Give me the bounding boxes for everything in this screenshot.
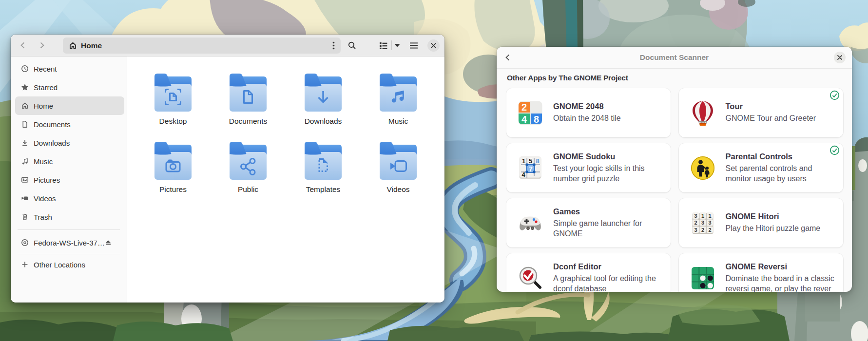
- svg-text:3: 3: [701, 220, 704, 226]
- svg-text:1: 1: [701, 212, 704, 218]
- svg-text:8: 8: [536, 157, 539, 164]
- svg-text:2: 2: [701, 227, 704, 232]
- svg-text:2: 2: [694, 220, 697, 226]
- svg-text:4: 4: [521, 171, 525, 178]
- svg-text:1: 1: [522, 157, 525, 164]
- svg-text:1: 1: [708, 212, 711, 218]
- svg-text:3: 3: [708, 220, 711, 226]
- svg-text:5: 5: [529, 157, 532, 164]
- svg-text:2: 2: [708, 227, 711, 232]
- svg-text:3: 3: [694, 212, 697, 218]
- svg-text:2: 2: [521, 102, 527, 113]
- svg-text:3: 3: [694, 227, 697, 232]
- svg-text:4: 4: [521, 114, 527, 124]
- svg-text:7: 7: [529, 165, 533, 172]
- svg-text:8: 8: [534, 114, 539, 124]
